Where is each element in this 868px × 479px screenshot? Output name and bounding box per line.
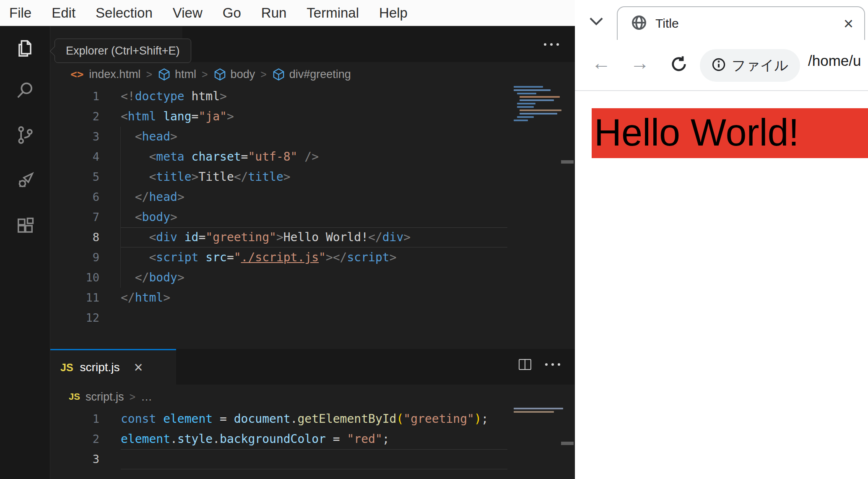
- code-line[interactable]: 2element.style.backgroundColor = "red";: [50, 429, 575, 449]
- code-line[interactable]: 5 <title>Title</title>: [50, 167, 575, 187]
- js-file-icon: JS: [60, 362, 73, 374]
- split-editor-icon[interactable]: [519, 359, 531, 370]
- breadcrumb-file[interactable]: index.html: [89, 68, 140, 81]
- overview-ruler-mark: [561, 442, 574, 445]
- code-text: </head>: [113, 187, 185, 207]
- code-editor-js[interactable]: 1const element = document.getElementById…: [50, 409, 575, 469]
- code-text: <html lang="ja">: [113, 107, 234, 127]
- code-line[interactable]: 4 <meta charset="utf-8" />: [50, 147, 575, 167]
- breadcrumb[interactable]: <>index.html>html>body>div#greeting: [50, 62, 575, 86]
- editor-actions-more-icon[interactable]: [545, 363, 560, 366]
- explorer-icon[interactable]: [14, 38, 36, 60]
- screen: FileEditSelectionViewGoRunTerminalHelp: [0, 0, 868, 479]
- menu-item-file[interactable]: File: [9, 5, 31, 21]
- line-number: 11: [50, 288, 113, 308]
- editor-actions-more-icon[interactable]: [544, 43, 559, 46]
- menu-item-go[interactable]: Go: [223, 5, 241, 21]
- line-number: 3: [50, 449, 113, 469]
- editor-group-js: JS script.js × JS script.js > … 1const e…: [50, 349, 575, 479]
- code-text: [113, 449, 121, 469]
- explorer-tooltip: Explorer (Ctrl+Shift+E): [55, 39, 191, 63]
- code-text: <head>: [113, 127, 177, 147]
- chevron-right-icon: >: [129, 391, 135, 403]
- run-debug-icon[interactable]: [14, 169, 36, 191]
- search-icon[interactable]: [14, 80, 36, 102]
- browser-tab-title: Title: [655, 16, 835, 31]
- globe-icon: [631, 15, 647, 32]
- close-tab-icon[interactable]: ×: [134, 360, 143, 375]
- code-line[interactable]: 8 <div id="greeting">Hello World!</div>: [50, 227, 575, 247]
- browser-toolbar: ← → ファイル /home/u: [575, 40, 868, 90]
- chevron-right-icon: >: [202, 68, 208, 81]
- code-text: </body>: [113, 268, 185, 288]
- code-line[interactable]: 10 </body>: [50, 268, 575, 288]
- breadcrumb-symbol[interactable]: body: [213, 68, 255, 81]
- code-text: <script src="./script.js"></script>: [113, 247, 397, 268]
- minimap[interactable]: [514, 86, 568, 123]
- code-text: <body>: [113, 207, 177, 227]
- tab-search-chevron-icon[interactable]: [589, 17, 603, 26]
- code-line[interactable]: 11</html>: [50, 288, 575, 308]
- info-icon: [712, 57, 726, 73]
- line-number: 4: [50, 147, 113, 167]
- browser-page-content: Hello World!: [575, 91, 868, 479]
- extensions-icon[interactable]: [14, 215, 36, 237]
- vscode-window: FileEditSelectionViewGoRunTerminalHelp: [0, 0, 575, 479]
- breadcrumb-symbol[interactable]: html: [158, 68, 196, 81]
- menu-bar: FileEditSelectionViewGoRunTerminalHelp: [0, 0, 575, 26]
- menu-item-view[interactable]: View: [173, 5, 203, 21]
- line-number: 1: [50, 409, 113, 429]
- code-line[interactable]: 9 <script src="./script.js"></script>: [50, 247, 575, 268]
- code-line[interactable]: 1const element = document.getElementById…: [50, 409, 575, 429]
- menu-item-selection[interactable]: Selection: [96, 5, 153, 21]
- code-editor-html[interactable]: 1<!doctype html>2<html lang="ja">3 <head…: [50, 86, 575, 328]
- browser-tab-strip: Title ×: [575, 0, 868, 40]
- code-text: </html>: [113, 288, 170, 308]
- forward-button[interactable]: →: [630, 52, 650, 74]
- line-number: 1: [50, 86, 113, 107]
- chevron-right-icon: >: [146, 68, 152, 81]
- source-control-icon[interactable]: [14, 124, 36, 146]
- back-button[interactable]: ←: [592, 52, 611, 74]
- code-text: element.style.backgroundColor = "red";: [113, 429, 390, 449]
- html-file-icon: <>: [70, 68, 83, 81]
- code-text: [113, 308, 121, 328]
- code-line[interactable]: 3: [50, 449, 575, 469]
- code-line[interactable]: 6 </head>: [50, 187, 575, 207]
- code-line[interactable]: 12: [50, 308, 575, 328]
- browser-window: Title × ← → ファイル /home/u: [575, 0, 868, 479]
- address-bar-url[interactable]: /home/u: [808, 52, 861, 69]
- code-line[interactable]: 1<!doctype html>: [50, 86, 575, 107]
- tab-label: script.js: [80, 361, 120, 374]
- breadcrumb-symbol[interactable]: div#greeting: [272, 68, 351, 81]
- site-info-chip[interactable]: ファイル: [700, 49, 800, 82]
- code-line[interactable]: 3 <head>: [50, 127, 575, 147]
- browser-tab[interactable]: Title ×: [617, 6, 865, 40]
- tab-bar-bottom: JS script.js ×: [50, 349, 575, 385]
- code-line[interactable]: 2<html lang="ja">: [50, 107, 575, 127]
- line-number: 8: [50, 227, 113, 247]
- menu-item-run[interactable]: Run: [261, 5, 287, 21]
- code-text: const element = document.getElementById(…: [113, 409, 489, 429]
- breadcrumb[interactable]: JS script.js > …: [50, 385, 575, 409]
- greeting-text: Hello World!: [592, 108, 868, 158]
- menu-item-terminal[interactable]: Terminal: [307, 5, 359, 21]
- breadcrumb-file[interactable]: script.js: [86, 390, 124, 404]
- code-text: <meta charset="utf-8" />: [113, 147, 319, 167]
- breadcrumb-more[interactable]: …: [141, 390, 152, 404]
- menu-item-edit[interactable]: Edit: [52, 5, 75, 21]
- reload-button[interactable]: [670, 55, 688, 73]
- code-text: <title>Title</title>: [113, 167, 291, 187]
- menu-item-help[interactable]: Help: [379, 5, 408, 21]
- minimap[interactable]: [514, 408, 568, 414]
- line-number: 10: [50, 268, 113, 288]
- indent-guide: [120, 127, 121, 288]
- chevron-right-icon: >: [260, 68, 267, 81]
- code-line[interactable]: 7 <body>: [50, 207, 575, 227]
- js-file-icon: JS: [69, 391, 80, 402]
- tab-script-js[interactable]: JS script.js ×: [50, 349, 176, 385]
- editor-group-html: <>index.html>html>body>div#greeting 1<!d…: [50, 26, 575, 349]
- close-tab-icon[interactable]: ×: [844, 15, 853, 32]
- line-number: 7: [50, 207, 113, 227]
- line-number: 12: [50, 308, 113, 328]
